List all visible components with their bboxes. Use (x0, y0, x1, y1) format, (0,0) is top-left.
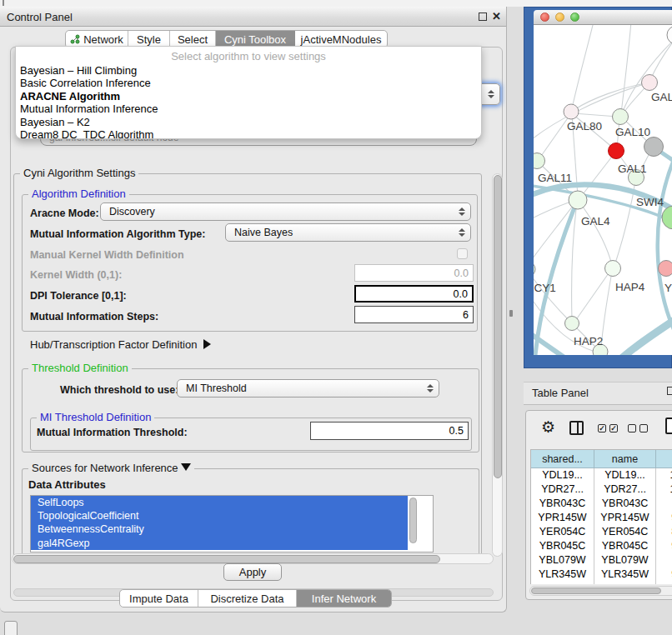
mi-steps-input[interactable] (354, 306, 474, 323)
checked-checkbox-icon[interactable]: ✓ (609, 424, 618, 432)
node-label: SWI4 (636, 196, 664, 208)
checked-checkbox-icon[interactable]: ✓ (598, 424, 606, 432)
node-gal4[interactable] (569, 191, 587, 209)
mi-threshold-input[interactable] (310, 422, 469, 440)
network-edge-highlighted[interactable] (658, 148, 672, 343)
node-label: GAL11 (538, 172, 572, 184)
column-header[interactable]: shared... (531, 450, 594, 468)
close-icon[interactable]: ✕ (492, 10, 501, 22)
dropdown-item[interactable]: Bayesian – K2 (16, 116, 481, 128)
attribute-list-item[interactable]: BetweennessCentrality (31, 522, 408, 536)
table-row[interactable]: YBL079WYBL079W (531, 553, 672, 568)
network-edge[interactable] (572, 203, 577, 320)
node-gal7[interactable] (642, 75, 658, 91)
dropdown-item[interactable]: ARACNE Algorithm (16, 90, 481, 102)
node-gal10[interactable] (613, 109, 629, 125)
page-icon[interactable] (665, 418, 672, 434)
table-row[interactable]: YDL19...YDL19...13 (531, 468, 672, 482)
table-panel-float-icon[interactable] (667, 387, 672, 395)
settings-vscrollbar-thumb[interactable] (494, 175, 502, 478)
table-row[interactable]: YBR045CYBR045C9. (531, 539, 672, 553)
manual-kernel-label: Manual Kernel Width Definition (30, 249, 184, 261)
tab-network[interactable]: Network (66, 31, 128, 48)
zoom-traffic-light-icon[interactable] (570, 12, 579, 22)
unchecked-checkbox-icon[interactable] (639, 424, 648, 432)
attribute-list-vscroll-thumb[interactable] (409, 498, 417, 543)
network-edge[interactable] (574, 113, 618, 117)
mi-type-combo[interactable]: Naive Bayes (225, 223, 471, 242)
node-table[interactable]: shared...nameYDL19...YDL19...13YDR27...Y… (530, 449, 672, 584)
apply-button[interactable]: Apply (223, 563, 282, 581)
node-gray[interactable] (644, 138, 664, 157)
node-hap4[interactable] (605, 261, 621, 277)
table-row[interactable]: YBR043CYBR043C (531, 497, 672, 511)
hub-section-toggle[interactable]: Hub/Transcription Factor Definition (30, 338, 211, 351)
table-row[interactable]: YER054CYER054C8. (531, 525, 672, 539)
network-edge-highlighted[interactable] (610, 318, 672, 355)
mi-threshold-label: Mutual Information Threshold: (37, 427, 188, 438)
tab-jactivemnodules[interactable]: jActiveMNodules (295, 31, 387, 48)
settings-hscrollbar-thumb[interactable] (13, 555, 440, 563)
attribute-list-item[interactable]: TopologicalCoefficient (31, 509, 408, 522)
data-attributes-list[interactable]: SelfLoopsTopologicalCoefficientBetweenne… (30, 495, 434, 552)
combo-arrows-icon (487, 90, 494, 98)
network-edge[interactable] (575, 82, 649, 109)
split-pane-handle[interactable] (509, 310, 513, 317)
tab-cyni-toolbox[interactable]: Cyni Toolbox (216, 31, 295, 48)
attribute-list-item[interactable]: gal4RGexp (31, 537, 408, 550)
column-header[interactable] (656, 450, 672, 468)
node-salmon[interactable] (659, 261, 672, 277)
palette-icon[interactable] (4, 621, 18, 635)
table-hscrollbar-thumb[interactable] (531, 588, 661, 594)
node-partial-top[interactable] (667, 26, 672, 44)
network-edge[interactable] (572, 25, 594, 108)
node-gal80[interactable] (564, 104, 579, 119)
tab-select[interactable]: Select (170, 31, 216, 48)
node-green-right[interactable] (662, 206, 672, 229)
kernel-width-label: Kernel Width (0,1): (30, 269, 122, 281)
tab-infer-network[interactable]: Infer Network (297, 590, 391, 607)
columns-icon[interactable] (569, 421, 584, 435)
which-threshold-combo[interactable]: MI Threshold (177, 379, 439, 398)
network-view-titlebar[interactable] (534, 10, 672, 25)
tab-discretize-data[interactable]: Discretize Data (198, 590, 297, 607)
tab-style[interactable]: Style (128, 31, 170, 48)
kernel-width-input[interactable] (354, 264, 474, 282)
dropdown-item[interactable]: Mutual Information Inference (16, 102, 481, 115)
table-cell: YPR145W (594, 511, 656, 525)
network-edge[interactable] (580, 153, 614, 198)
table-row[interactable]: YIL052CYIL052C9 (531, 582, 672, 584)
table-row[interactable]: YLR345WYLR345W9. (531, 568, 672, 582)
table-hscrollbar-track[interactable] (529, 586, 672, 596)
dropdown-item[interactable]: Dream8 DC_TDC Algorithm (16, 128, 481, 139)
close-traffic-light-icon[interactable] (540, 12, 549, 22)
sources-group-title[interactable]: Sources for Network Inference (28, 462, 194, 474)
tab-impute-data[interactable]: Impute Data (120, 590, 198, 607)
unchecked-checkbox-icon[interactable] (628, 424, 636, 432)
algorithm-definition-title: Algorithm Definition (28, 188, 129, 200)
manual-kernel-checkbox[interactable] (457, 248, 468, 259)
dropdown-item[interactable]: Bayesian – Hill Climbing (16, 64, 481, 77)
node-gcy1[interactable] (534, 262, 535, 277)
column-header[interactable]: name (594, 450, 656, 468)
attribute-list-item[interactable]: SelfLoops (31, 496, 408, 509)
network-edge-highlighted[interactable] (535, 203, 576, 355)
table-row[interactable]: YPR145WYPR145W9. (531, 511, 672, 525)
node-gal1[interactable] (609, 143, 624, 159)
gear-icon[interactable]: ⚙ (541, 419, 555, 435)
network-canvas[interactable]: GAL7GAL80GAL10GAL1SWI4GAL11GAL4GCY1HAP4Y… (534, 25, 672, 355)
network-edge[interactable] (621, 25, 631, 113)
table-cell: 8. (656, 525, 672, 539)
network-edge[interactable] (534, 202, 575, 267)
minimize-traffic-light-icon[interactable] (555, 12, 564, 22)
table-row[interactable]: YDR27...YDR27...12 (531, 482, 672, 497)
dpi-tolerance-input[interactable] (354, 285, 474, 302)
table-window: ⚙ ✓ ✓ shared...nameYDL19...YDL19...13YDR… (525, 410, 672, 600)
network-edge[interactable] (650, 38, 672, 80)
aracne-mode-combo[interactable]: Discovery (100, 202, 471, 221)
dropdown-item[interactable]: Basic Correlation Inference (16, 77, 481, 89)
network-edge[interactable] (534, 201, 574, 221)
network-edge[interactable] (580, 203, 612, 265)
node-hap2[interactable] (565, 317, 579, 331)
float-window-icon[interactable] (479, 12, 487, 21)
